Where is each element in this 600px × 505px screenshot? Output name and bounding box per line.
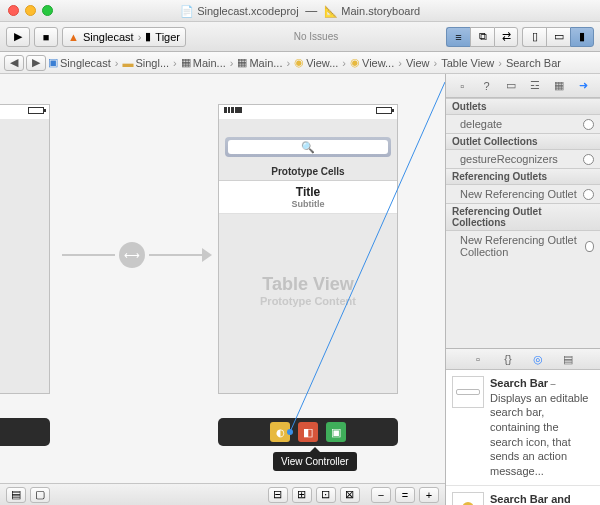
exit-object[interactable]: ▣ <box>326 422 346 442</box>
run-button[interactable]: ▶ <box>6 27 30 47</box>
jump-segment[interactable]: Table View <box>441 57 494 69</box>
object-library-tab[interactable]: ◎ <box>530 351 546 367</box>
magnify-icon: 🔍 <box>301 141 315 154</box>
zoom-in[interactable]: + <box>419 487 439 503</box>
minimize-window[interactable] <box>25 5 36 16</box>
section-header: Outlets <box>446 98 600 115</box>
connection-port[interactable] <box>583 154 594 165</box>
connections-inspector-tab[interactable]: ➜ <box>576 78 592 94</box>
outline-toggle[interactable]: ▤ <box>6 487 26 503</box>
file-inspector-tab[interactable]: ▫ <box>454 78 470 94</box>
outlet-row[interactable]: delegate <box>446 115 600 133</box>
toggle-navigator[interactable]: ▯ <box>522 27 546 47</box>
jump-segment[interactable]: ▣Singlecast <box>48 56 111 69</box>
forward-button[interactable]: ▶ <box>26 55 46 71</box>
toggle-utilities[interactable]: ▮ <box>570 27 594 47</box>
align-button[interactable]: ⊟ <box>268 487 288 503</box>
code-snippet-tab[interactable]: {} <box>500 351 516 367</box>
main-area: n Controller n Controller ⟷ 🔍 Prototype … <box>0 74 600 505</box>
storyboard-icon: 📐 <box>324 5 338 17</box>
tableview-label: Table View <box>219 274 397 295</box>
status-bar <box>219 105 397 119</box>
outlet-row[interactable]: New Referencing Outlet <box>446 185 600 203</box>
minus-icon: − <box>378 489 384 501</box>
activity-status: No Issues <box>190 31 442 42</box>
inspector-tabs: ▫ ? ▭ ☲ ▦ ➜ <box>446 74 600 98</box>
section-header: Referencing Outlet Collections <box>446 203 600 231</box>
library-item[interactable]: Search Bar and Search Display Controller… <box>446 486 600 505</box>
scene-left[interactable]: n Controller <box>0 104 50 394</box>
editor-mode-segment: ≡ ⧉ ⇄ <box>446 27 518 47</box>
venn-icon: ⧉ <box>479 30 487 43</box>
outlet-row[interactable]: New Referencing Outlet Collection <box>446 231 600 261</box>
zoom-window[interactable] <box>42 5 53 16</box>
size-inspector-tab[interactable]: ▦ <box>551 78 567 94</box>
vc-icon: ◐ <box>276 427 285 438</box>
resolve-icon: ⊡ <box>321 488 330 501</box>
library-item[interactable]: Search Bar – Displays an editable search… <box>446 370 600 486</box>
jump-segment[interactable]: Search Bar <box>506 57 561 69</box>
pin-icon: ⊞ <box>297 488 306 501</box>
outlet-row[interactable]: gestureRecognizers <box>446 150 600 168</box>
pin-button[interactable]: ⊞ <box>292 487 312 503</box>
scheme-name: Singlecast <box>83 31 134 43</box>
segue-icon: ⟷ <box>119 242 145 268</box>
cube-icon: ◧ <box>303 426 313 439</box>
close-window[interactable] <box>8 5 19 16</box>
prototype-header: Prototype Cells <box>219 163 397 181</box>
toggle-debug[interactable]: ▭ <box>546 27 570 47</box>
zoom-actual[interactable]: = <box>395 487 415 503</box>
stop-button[interactable]: ■ <box>34 27 58 47</box>
scheme-device: Tiger <box>155 31 180 43</box>
outline-icon: ▤ <box>11 488 21 501</box>
identity-inspector-tab[interactable]: ▭ <box>503 78 519 94</box>
scene-dock-left[interactable]: n Controller <box>0 418 50 446</box>
resolve-button[interactable]: ⊡ <box>316 487 336 503</box>
arrow-icon: ➜ <box>579 79 588 92</box>
storyboard-canvas[interactable]: n Controller n Controller ⟷ 🔍 Prototype … <box>0 74 445 505</box>
traffic-lights <box>8 5 53 16</box>
jump-segment[interactable]: ◉View... <box>350 56 394 69</box>
jump-segment[interactable]: View <box>406 57 430 69</box>
first-responder-object[interactable]: ◧ <box>298 422 318 442</box>
scene-dock-right[interactable]: ◐ ◧ ▣ <box>218 418 398 446</box>
segue-arrow[interactable]: ⟷ <box>62 246 212 264</box>
jump-segment[interactable]: ▬Singl... <box>122 57 169 69</box>
bottom-panel-icon: ▭ <box>554 30 564 43</box>
stop-icon: ■ <box>43 31 50 43</box>
jump-segment[interactable]: ◉View... <box>294 56 338 69</box>
back-button[interactable]: ◀ <box>4 55 24 71</box>
assistant-editor[interactable]: ⧉ <box>470 27 494 47</box>
prototype-cell[interactable]: Title Subtitle <box>219 181 397 214</box>
cell-title: Title <box>227 185 389 199</box>
standard-editor[interactable]: ≡ <box>446 27 470 47</box>
viewcontroller-object[interactable]: ◐ <box>270 422 290 442</box>
zoom-out[interactable]: − <box>371 487 391 503</box>
connection-port[interactable] <box>583 119 594 130</box>
connection-port[interactable] <box>583 189 594 200</box>
folder-icon: ▬ <box>122 57 133 69</box>
jump-segment[interactable]: ▦Main... <box>237 56 282 69</box>
section-header: Referencing Outlets <box>446 168 600 185</box>
utilities-panel: ▫ ? ▭ ☲ ▦ ➜ Outlets delegate Outlet Coll… <box>445 74 600 505</box>
cell-subtitle: Subtitle <box>227 199 389 209</box>
connection-port[interactable] <box>585 241 594 252</box>
object-library[interactable]: Search Bar – Displays an editable search… <box>446 370 600 505</box>
search-field[interactable]: 🔍 <box>228 140 388 154</box>
connections-inspector: Outlets delegate Outlet Collections gest… <box>446 98 600 348</box>
scene-tableview[interactable]: 🔍 Prototype Cells Title Subtitle Table V… <box>218 104 398 394</box>
search-bar[interactable]: 🔍 <box>225 137 391 157</box>
canvas-bottom-bar: ▤ ▢ ⊟ ⊞ ⊡ ⊠ − = + <box>0 483 445 505</box>
attributes-inspector-tab[interactable]: ☲ <box>527 78 543 94</box>
resize-button[interactable]: ⊠ <box>340 487 360 503</box>
media-library-tab[interactable]: ▤ <box>560 351 576 367</box>
equals-icon: = <box>402 489 408 501</box>
jump-segment[interactable]: ▦Main... <box>181 56 226 69</box>
help-inspector-tab[interactable]: ? <box>478 78 494 94</box>
section-header: Outlet Collections <box>446 133 600 150</box>
file-template-tab[interactable]: ▫ <box>470 351 486 367</box>
version-editor[interactable]: ⇄ <box>494 27 518 47</box>
doc-items[interactable]: ▢ <box>30 487 50 503</box>
arrows-icon: ⇄ <box>502 30 511 43</box>
scheme-selector[interactable]: ▲ Singlecast › ▮ Tiger <box>62 27 186 47</box>
